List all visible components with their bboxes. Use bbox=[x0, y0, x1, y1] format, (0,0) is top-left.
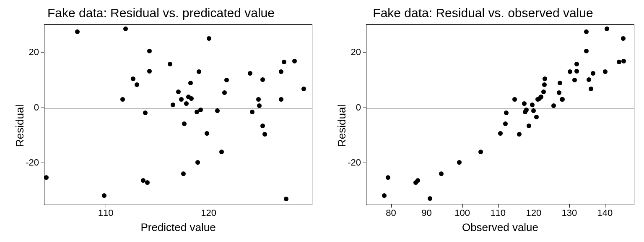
data-point bbox=[135, 82, 139, 87]
data-point bbox=[256, 97, 261, 102]
data-point bbox=[574, 69, 579, 74]
data-point bbox=[603, 69, 608, 74]
data-point bbox=[531, 108, 536, 113]
data-point bbox=[504, 110, 509, 115]
data-point bbox=[551, 103, 556, 108]
data-point bbox=[250, 110, 254, 114]
data-point bbox=[617, 60, 621, 64]
data-point bbox=[572, 78, 577, 82]
data-point bbox=[75, 29, 80, 34]
x-tick-mark bbox=[534, 204, 534, 208]
x-tick-label: 80 bbox=[379, 208, 404, 218]
x-tick-label: 110 bbox=[486, 208, 511, 218]
data-point bbox=[222, 90, 227, 95]
y-tick-label: -20 bbox=[336, 158, 361, 168]
data-point bbox=[189, 96, 194, 101]
left-panel: Fake data: Residual vs. predicated value… bbox=[0, 0, 322, 242]
data-point bbox=[197, 69, 201, 74]
data-point bbox=[257, 103, 262, 108]
plot-right bbox=[366, 24, 634, 205]
data-point bbox=[541, 89, 546, 94]
data-point bbox=[478, 150, 483, 154]
data-point bbox=[568, 69, 572, 74]
x-tick-label: 140 bbox=[592, 208, 618, 218]
y-tick-label: 20 bbox=[336, 47, 361, 57]
x-tick-mark bbox=[569, 204, 570, 208]
x-tick-label: 90 bbox=[414, 208, 439, 218]
x-tick-mark bbox=[498, 204, 499, 208]
data-point bbox=[557, 90, 561, 95]
data-point bbox=[428, 196, 432, 201]
yticks-left: -20020 bbox=[14, 24, 44, 205]
y-tick-mark bbox=[41, 52, 44, 53]
x-tick-mark bbox=[209, 204, 209, 208]
yticks-right: -20020 bbox=[336, 24, 366, 205]
data-point bbox=[198, 108, 203, 112]
data-point bbox=[143, 110, 148, 115]
y-tick-mark bbox=[363, 52, 366, 53]
data-point bbox=[503, 121, 508, 126]
data-point bbox=[584, 49, 589, 53]
data-point bbox=[219, 150, 224, 154]
data-point bbox=[524, 108, 529, 112]
x-tick-mark bbox=[427, 204, 427, 208]
xlabel-right: Observed value bbox=[366, 221, 634, 234]
x-tick-label: 110 bbox=[93, 208, 118, 218]
data-point bbox=[195, 160, 200, 165]
data-point bbox=[224, 78, 229, 82]
zero-line bbox=[44, 108, 312, 108]
data-point bbox=[181, 171, 186, 176]
x-tick-label: 120 bbox=[521, 208, 546, 218]
data-point bbox=[215, 108, 220, 113]
data-point bbox=[512, 97, 517, 102]
data-point bbox=[584, 29, 589, 34]
plot-right-area bbox=[366, 25, 634, 205]
data-point bbox=[147, 69, 152, 74]
y-tick-label: 0 bbox=[336, 103, 361, 113]
data-point bbox=[102, 193, 106, 198]
x-tick-mark bbox=[391, 204, 392, 208]
data-point bbox=[284, 197, 288, 201]
data-point bbox=[560, 97, 565, 102]
data-point bbox=[539, 95, 543, 99]
plot-left-area bbox=[44, 25, 312, 205]
data-point bbox=[498, 131, 503, 136]
data-point bbox=[591, 71, 595, 76]
y-tick-mark bbox=[41, 163, 44, 163]
x-tick-mark bbox=[462, 204, 463, 208]
y-tick-mark bbox=[41, 108, 44, 108]
x-tick-label: 100 bbox=[450, 208, 475, 218]
data-point bbox=[147, 49, 152, 53]
data-point bbox=[207, 36, 211, 41]
data-point bbox=[184, 101, 189, 106]
y-tick-label: -20 bbox=[14, 158, 39, 168]
data-point bbox=[205, 131, 209, 136]
data-point bbox=[168, 62, 172, 66]
data-point bbox=[558, 81, 562, 85]
x-tick-mark bbox=[106, 204, 106, 208]
data-point bbox=[587, 77, 591, 82]
data-point bbox=[543, 76, 547, 81]
y-tick-label: 0 bbox=[14, 103, 39, 113]
data-point bbox=[179, 97, 184, 102]
data-point bbox=[530, 103, 535, 107]
data-point bbox=[44, 175, 49, 180]
data-point bbox=[120, 97, 125, 102]
data-point bbox=[517, 132, 522, 137]
data-point bbox=[176, 89, 181, 94]
right-panel: Fake data: Residual vs. observed value R… bbox=[322, 0, 644, 242]
data-point bbox=[574, 62, 579, 66]
data-point bbox=[260, 77, 265, 82]
data-point bbox=[382, 193, 387, 198]
y-tick-label: 20 bbox=[14, 47, 39, 57]
y-tick-mark bbox=[363, 108, 366, 108]
data-point bbox=[292, 59, 297, 63]
data-point bbox=[415, 178, 420, 183]
data-point bbox=[279, 97, 283, 102]
data-point bbox=[534, 115, 539, 119]
data-point bbox=[457, 160, 462, 165]
data-point bbox=[282, 60, 286, 64]
chart-pair: Fake data: Residual vs. predicated value… bbox=[0, 0, 644, 242]
data-point bbox=[171, 103, 175, 107]
data-point bbox=[439, 171, 444, 176]
